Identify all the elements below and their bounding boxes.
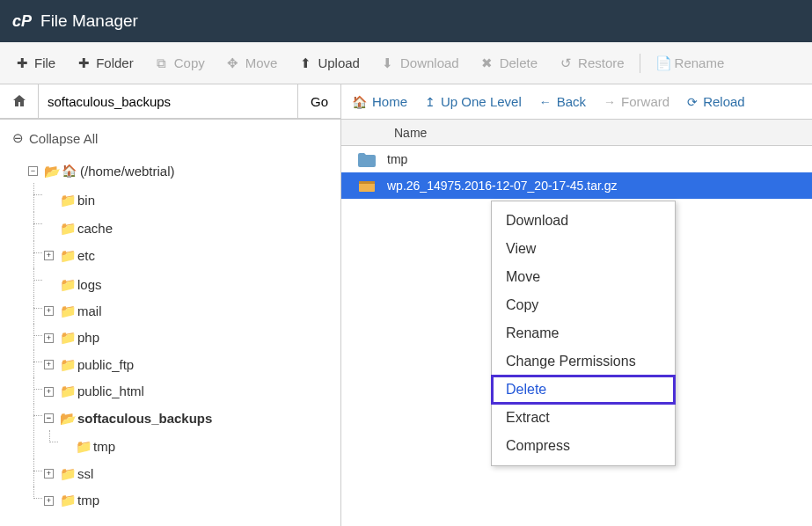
rename-button: 📄Rename [646,50,735,77]
tree-item-softaculous-backups[interactable]: −📂softaculous_backups [44,406,212,431]
copy-icon: ⧉ [155,55,169,71]
nav-home-button[interactable]: 🏠Home [352,94,407,109]
folder-icon: 📁 [60,462,74,486]
folder-tree: − 📂 🏠 (/home/webtrial) 📁bin 📁cache +📁etc… [0,157,340,526]
upload-button[interactable]: ⬆Upload [289,50,369,77]
tree-item-public-html[interactable]: +📁public_html [44,379,144,404]
file-row-tmp[interactable]: tmp [341,146,812,172]
home-icon: 🏠 [62,160,77,183]
context-menu: Download View Move Copy Rename Change Pe… [491,201,676,466]
plus-icon: ✚ [77,55,91,71]
app-header: cP File Manager [0,0,812,42]
home-icon [12,94,26,108]
ctx-compress[interactable]: Compress [492,432,675,460]
expand-toggle-icon[interactable]: + [44,387,54,397]
ctx-rename[interactable]: Rename [492,319,675,347]
expand-toggle-icon[interactable]: + [44,306,54,316]
reload-icon: ⟳ [687,95,698,109]
tree-item-mail[interactable]: +📁mail [44,299,102,324]
file-name: tmp [387,152,407,166]
ctx-delete[interactable]: Delete [492,376,675,404]
folder-open-icon: 📂 [60,406,74,431]
go-button[interactable]: Go [298,84,340,119]
tree-root[interactable]: − 📂 🏠 (/home/webtrial) [28,159,175,184]
collapse-toggle-icon[interactable]: − [28,166,38,176]
folder-icon: 📁 [60,244,74,268]
nav-forward-button: →Forward [604,94,669,109]
file-name: wp.26_14975.2016-12-07_20-17-45.tar.gz [387,179,618,193]
file-list: tmp wp.26_14975.2016-12-07_20-17-45.tar.… [341,146,812,526]
folder-icon: 📁 [60,488,74,513]
download-button: ⬇Download [371,50,469,77]
tree-item-etc[interactable]: +📁etc [44,244,95,268]
ctx-extract[interactable]: Extract [492,404,675,432]
toolbar-separator [640,54,640,73]
home-button[interactable] [0,84,39,119]
new-file-button[interactable]: ✚File [5,50,65,77]
expand-toggle-icon[interactable]: + [44,251,54,260]
home-icon: 🏠 [352,95,367,109]
folder-open-icon: 📂 [44,159,58,184]
plus-icon: ✚ [15,55,29,71]
file-pane: 🏠Home ↥Up One Level ←Back →Forward ⟳Relo… [341,84,812,526]
expand-toggle-icon[interactable]: + [44,333,54,343]
rename-icon: 📄 [655,55,669,71]
tree-item-cache[interactable]: 📁cache [44,216,113,241]
tree-item-public-ftp[interactable]: +📁public_ftp [44,353,134,377]
collapse-icon: ⊖ [12,130,24,146]
new-folder-button[interactable]: ✚Folder [67,50,143,77]
folder-icon: 📁 [60,325,74,350]
folder-icon: 📁 [60,299,74,324]
folder-icon [357,151,377,166]
delete-button: ✖Delete [471,50,547,77]
list-header: Name [341,120,812,146]
app-title: File Manager [40,11,138,31]
level-up-icon: ↥ [425,95,435,109]
download-icon: ⬇ [381,55,395,71]
column-name[interactable]: Name [394,126,427,140]
tree-item-ssl[interactable]: +📁ssl [44,462,93,486]
arrow-left-icon: ← [539,95,552,109]
expand-toggle-icon[interactable]: + [44,496,54,506]
folder-icon: 📁 [60,353,74,377]
folder-icon: 📁 [60,273,74,297]
folder-icon: 📁 [60,216,74,241]
ctx-move[interactable]: Move [492,263,675,291]
main-toolbar: ✚File ✚Folder ⧉Copy ✥Move ⬆Upload ⬇Downl… [0,42,812,84]
move-icon: ✥ [226,55,240,71]
restore-button: ↺Restore [549,50,634,77]
upload-icon: ⬆ [298,55,312,71]
move-button: ✥Move [216,50,288,77]
collapse-toggle-icon[interactable]: − [44,413,54,423]
folder-icon: 📁 [60,379,74,404]
arrow-right-icon: → [604,95,616,109]
file-row-archive[interactable]: wp.26_14975.2016-12-07_20-17-45.tar.gz [341,172,812,199]
ctx-change-permissions[interactable]: Change Permissions [492,347,675,376]
path-bar: Go [0,84,340,120]
expand-toggle-icon[interactable]: + [44,360,54,369]
copy-button: ⧉Copy [145,50,215,77]
folder-icon: 📁 [60,188,74,213]
nav-row: 🏠Home ↥Up One Level ←Back →Forward ⟳Relo… [341,84,812,120]
sidebar: Go ⊖ Collapse All − 📂 🏠 (/home/webtrial)… [0,84,341,526]
path-input[interactable] [39,84,298,119]
expand-toggle-icon[interactable]: + [44,469,54,479]
ctx-copy[interactable]: Copy [492,291,675,319]
nav-reload-button[interactable]: ⟳Reload [687,94,745,109]
nav-up-button[interactable]: ↥Up One Level [425,94,522,109]
tree-item-tmp-child[interactable]: 📁tmp [60,435,115,459]
collapse-all-button[interactable]: ⊖ Collapse All [0,120,340,157]
svg-rect-1 [359,181,375,184]
archive-icon [357,178,377,193]
restore-icon: ↺ [559,55,573,71]
ctx-view[interactable]: View [492,235,675,263]
nav-back-button[interactable]: ←Back [539,94,586,109]
delete-icon: ✖ [480,55,494,71]
tree-item-php[interactable]: +📁php [44,325,99,350]
ctx-download[interactable]: Download [492,207,675,235]
tree-item-bin[interactable]: 📁bin [44,188,95,213]
folder-icon: 📁 [76,435,90,459]
tree-item-logs[interactable]: 📁logs [44,273,102,297]
cpanel-logo-icon: cP [12,12,32,31]
tree-item-tmp[interactable]: +📁tmp [44,488,99,513]
